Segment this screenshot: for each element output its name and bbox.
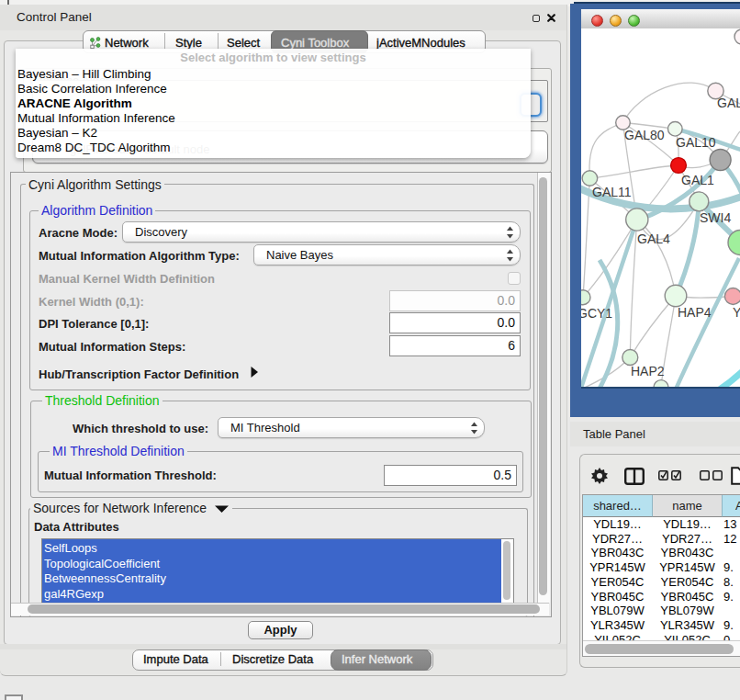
svg-text:Y: Y bbox=[733, 305, 740, 320]
svg-text:GAL80: GAL80 bbox=[624, 128, 665, 142]
svg-text:GCY1: GCY1 bbox=[581, 306, 612, 321]
svg-text:GAL11: GAL11 bbox=[592, 185, 632, 199]
svg-text:HAP4: HAP4 bbox=[678, 305, 712, 320]
svg-text:HAP2: HAP2 bbox=[631, 364, 665, 378]
svg-text:GAL10: GAL10 bbox=[676, 135, 716, 150]
svg-text:GAL1: GAL1 bbox=[681, 173, 714, 187]
svg-text:GAL7: GAL7 bbox=[717, 96, 740, 110]
svg-text:SWI4: SWI4 bbox=[700, 210, 731, 225]
svg-text:GAL4: GAL4 bbox=[637, 231, 670, 246]
